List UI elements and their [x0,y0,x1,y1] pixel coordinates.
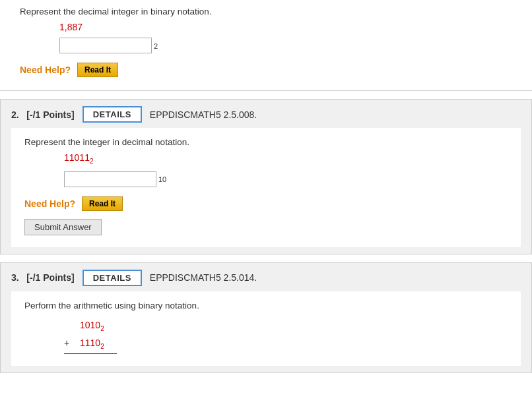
question-2-body: Represent the integer in decimal notatio… [11,128,521,247]
question-2-binary-sub: 2 [90,158,94,165]
arithmetic-row1-sub: 2 [100,325,104,332]
top-read-it-button[interactable]: Read It [77,63,118,77]
top-decimal-value: 1,887 [59,22,512,32]
question-3-details-button[interactable]: DETAILS [83,270,142,286]
question-2-answer-subscript: 10 [158,175,166,183]
question-3-code: EPPDISCMATH5 2.5.014. [150,272,257,283]
arithmetic-blank-operator [64,317,75,334]
arithmetic-row2-sub: 2 [100,342,104,349]
question-2-read-it-button[interactable]: Read It [82,196,123,211]
top-answer-input[interactable] [59,38,152,53]
question-3-body: Perform the arithmetic using binary nota… [11,291,521,367]
question-3-section: 3. [-/1 Points] DETAILS EPPDISCMATH5 2.5… [0,262,532,374]
arithmetic-row-1: 10102 [64,317,508,335]
question-2-number: 2. [-/1 Points] [11,109,75,120]
question-2-section: 2. [-/1 Points] DETAILS EPPDISCMATH5 2.5… [0,99,532,254]
arithmetic-plus-operator: + [64,335,75,351]
question-2-need-help-label: Need Help? [24,198,75,209]
page-wrapper: Represent the decimal integer in binary … [0,0,532,373]
top-input-row: 2 [59,38,512,53]
question-2-instruction: Represent the integer in decimal notatio… [24,137,508,147]
question-2-code: EPPDISCMATH5 2.5.008. [150,109,257,120]
question-2-submit-row: Submit Answer [24,219,508,235]
question-3-number: 3. [-/1 Points] [11,272,75,283]
question-2-need-help-row: Need Help? Read It [24,196,508,211]
question-2-header: 2. [-/1 Points] DETAILS EPPDISCMATH5 2.5… [11,106,521,123]
arithmetic-row1-value: 10102 [80,317,104,335]
top-need-help-label: Need Help? [20,65,71,75]
top-need-help-row: Need Help? Read It [20,63,512,77]
top-subscript: 2 [154,42,158,50]
question-3-header: 3. [-/1 Points] DETAILS EPPDISCMATH5 2.5… [11,270,521,286]
arithmetic-row-2: + 11102 [64,335,508,353]
question-2-binary-value: 110112 [64,152,508,165]
question-3-arithmetic: 10102 + 11102 [64,317,508,355]
top-instruction: Represent the decimal integer in binary … [20,7,512,16]
question-2-submit-button[interactable]: Submit Answer [24,219,102,235]
question-2-input-row: 10 [64,171,508,187]
question-2-details-button[interactable]: DETAILS [83,106,142,123]
arithmetic-underline [64,353,117,354]
arithmetic-row2-value: 11102 [80,335,104,353]
question-2-answer-input[interactable] [64,171,156,187]
top-section: Represent the decimal integer in binary … [0,0,532,91]
question-3-instruction: Perform the arithmetic using binary nota… [24,301,508,311]
